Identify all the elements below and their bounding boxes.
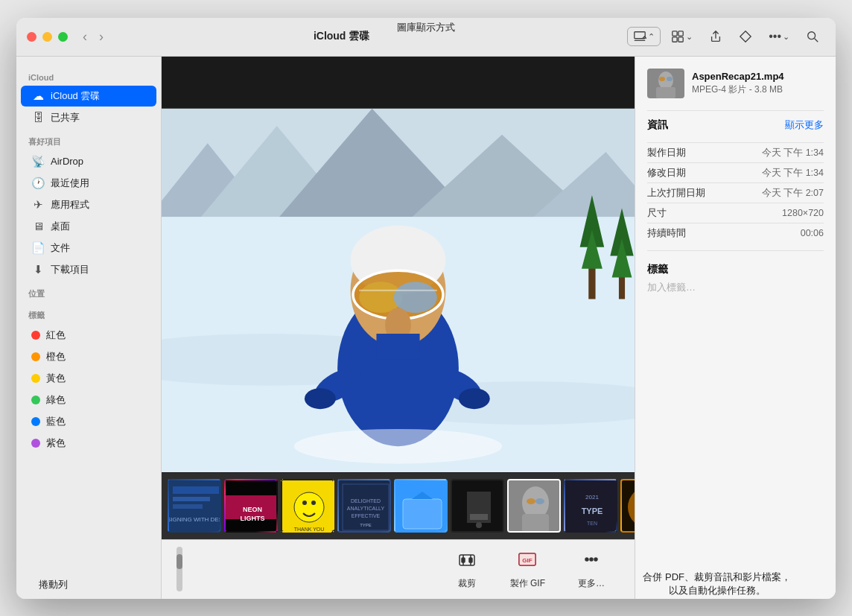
search-button[interactable] [800,27,825,46]
thumb-8-image: 2021 TYPE TEN [565,480,617,533]
sidebar-item-airdrop[interactable]: 📡 AirDrop [21,151,156,172]
tags-section: 標籤 加入標籤… [647,263,824,294]
thumb-1-image: DESIGNING WITH DESIGN [169,480,221,533]
svg-text:LIGHTS: LIGHTS [241,515,265,522]
sidebar-item-tag-red[interactable]: 紅色 [21,325,156,346]
sidebar-item-downloads[interactable]: ⬇ 下載項目 [21,259,156,280]
tag-blue-dot [31,417,40,426]
info-value-duration: 00:06 [801,228,824,238]
svg-point-37 [459,388,490,409]
tag-blue-label: 藍色 [46,415,66,428]
filmstrip-thumb-1[interactable]: DESIGNING WITH DESIGN [168,479,221,533]
sidebar-section-tags: 標籤 [16,302,161,324]
make-gif-label: 製作 GIF [510,577,545,590]
filmstrip-thumb-8[interactable]: 2021 TYPE TEN [564,479,617,533]
more-svg [581,549,602,570]
sidebar-item-tag-green[interactable]: 綠色 [21,390,156,410]
svg-rect-3 [678,31,683,36]
svg-text:TEN: TEN [587,521,597,526]
preview-image [162,57,635,472]
svg-text:2021: 2021 [585,494,599,501]
sidebar-item-tag-purple[interactable]: 紫色 [21,433,156,454]
svg-line-7 [815,39,818,42]
svg-text:THANK YOU: THANK YOU [294,527,325,532]
grid-view-button[interactable]: ⌄ [665,27,699,46]
share-button[interactable] [703,27,728,46]
tag-green-dot [31,396,40,404]
svg-text:EFFECTIVE: EFFECTIVE [352,513,381,518]
sidebar-item-desktop[interactable]: 🖥 桌面 [21,216,156,237]
sidebar-item-tag-orange[interactable]: 橙色 [21,346,156,367]
trim-svg [457,549,477,570]
more-chevron: ⌄ [783,32,789,42]
sidebar-section-locations: 位置 [16,281,161,302]
svg-text:TYPE: TYPE [582,507,603,515]
thumb-9-image [622,480,635,533]
sidebar-item-shared[interactable]: 🗄 已共享 [21,107,156,128]
filmstrip-thumb-5[interactable] [394,479,448,533]
svg-text:DELIGHTED: DELIGHTED [351,498,381,504]
scrollbar-thumb[interactable] [177,554,182,569]
tag-purple-dot [31,439,40,448]
more-actions-button[interactable]: 更多… [563,543,620,596]
close-button[interactable] [27,32,36,42]
info-label-created: 製作日期 [647,146,686,159]
filmstrip-thumb-3[interactable]: THANK YOU [281,479,334,533]
gallery-view-button[interactable]: ⌃ [627,27,661,46]
sidebar-item-label: 桌面 [51,220,70,233]
svg-rect-41 [173,497,210,501]
sidebar-section-icloud: iCloud [16,66,161,85]
filmstrip-thumb-9[interactable] [620,479,635,533]
sidebar-item-label: 最近使用 [51,177,89,190]
svg-rect-2 [673,31,677,36]
tag-red-label: 紅色 [46,328,66,342]
svg-rect-81 [462,558,465,562]
downloads-icon: ⬇ [31,263,45,276]
svg-point-51 [311,501,316,505]
sidebar-item-label: AirDrop [51,156,83,167]
make-gif-button[interactable]: GIF 製作 GIF [495,543,560,596]
tag-button[interactable] [733,27,758,46]
svg-rect-68 [522,514,549,533]
svg-rect-42 [173,504,203,509]
icloud-drive-icon: ☁ [31,89,45,103]
sidebar-item-documents[interactable]: 📄 文件 [21,238,156,258]
search-icon [806,30,819,43]
info-value-modified: 今天 下午 1:34 [762,167,824,180]
sidebar-section-favorites: 喜好項目 [16,129,161,150]
info-label-modified: 修改日期 [647,166,686,180]
sidebar-item-icloud-drive[interactable]: ☁ iCloud 雲碟 [21,86,156,107]
trim-button[interactable]: 裁剪 [442,543,492,596]
svg-text:DESIGNING WITH DESIGN: DESIGNING WITH DESIGN [169,516,221,523]
info-section-title: 資訊 [647,118,668,132]
recents-icon: 🕐 [31,177,45,190]
sidebar-item-tag-yellow[interactable]: 黃色 [21,368,156,389]
toolbar-right: ⌃ ⌄ [627,27,825,46]
sidebar-item-tag-blue[interactable]: 藍色 [21,411,156,432]
tags-placeholder[interactable]: 加入標籤… [647,281,824,294]
filmstrip-thumb-6[interactable] [451,479,504,533]
info-label-duration: 持續時間 [647,226,686,240]
sidebar-item-applications[interactable]: ✈ 應用程式 [21,194,156,215]
filmstrip-thumb-7[interactable] [507,479,561,533]
sidebar-item-label: 下載項目 [51,263,89,276]
trim-icon [457,549,477,574]
tag-yellow-dot [31,374,40,383]
file-info: AspenRecap21.mp4 MPEG-4 影片 - 3.8 MB [692,71,784,96]
file-thumbnail [647,69,684,98]
tag-yellow-label: 黃色 [46,372,66,385]
file-name: AspenRecap21.mp4 [692,71,784,82]
airdrop-icon: 📡 [31,155,45,168]
divider-1 [647,110,824,111]
minimize-button[interactable] [42,32,52,42]
show-more-button[interactable]: 顯示更多 [785,118,824,132]
sidebar-item-recents[interactable]: 🕐 最近使用 [21,173,156,194]
svg-point-38 [294,428,502,463]
svg-rect-4 [673,37,677,42]
svg-point-70 [535,498,544,504]
center-panel: DESIGNING WITH DESIGN NEON LIGHTS [162,57,635,599]
filmstrip-thumb-2[interactable]: NEON LIGHTS [224,479,278,533]
more-button[interactable]: ••• ⌄ [763,27,795,46]
filmstrip-thumb-4[interactable]: DELIGHTED ANALYTICALLY EFFECTIVE TYPE [337,479,391,533]
scrollbar[interactable] [177,547,182,591]
